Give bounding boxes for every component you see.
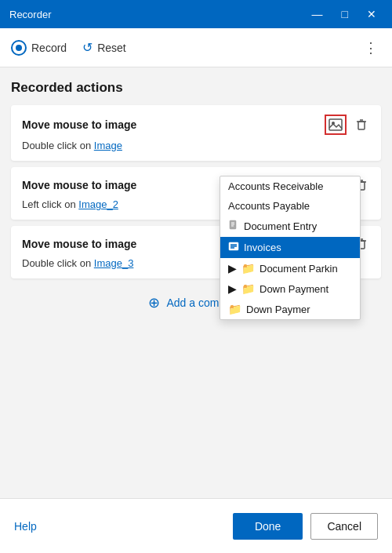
card2-title: Move mouse to image	[22, 179, 136, 191]
help-button[interactable]: Help	[14, 520, 37, 533]
record-circle-icon	[11, 40, 27, 56]
svg-rect-0	[329, 119, 342, 130]
card1-detail: Double click on Image	[22, 140, 370, 151]
card2-detail-prefix: Left click on	[22, 198, 76, 210]
invoices-icon	[228, 241, 239, 254]
card1-image-icon-button[interactable]	[325, 115, 347, 135]
record-button[interactable]: Record	[11, 40, 67, 56]
window-controls: — □ ✕	[306, 5, 383, 24]
maximize-button[interactable]: □	[336, 5, 354, 24]
add-comment-icon: ⊕	[148, 296, 160, 310]
app-title: Recorder	[9, 9, 51, 20]
card3-detail-prefix: Double click on	[22, 257, 91, 269]
dropdown-item-down-payment[interactable]: ▶ 📁 Down Payment	[220, 278, 360, 299]
dropdown-item-label: Down Paymer	[246, 304, 310, 315]
dropdown-item-label: Document Entry	[244, 220, 317, 232]
folder-icon: 📁	[241, 282, 255, 295]
card1-detail-link[interactable]: Image	[94, 140, 122, 151]
cancel-button[interactable]: Cancel	[310, 513, 378, 540]
card3-detail-link[interactable]: Image_3	[94, 257, 134, 269]
footer: Help Done Cancel	[0, 498, 392, 553]
folder-icon: 📁	[241, 262, 255, 275]
trash-icon	[354, 118, 368, 132]
reset-button[interactable]: ↺ Reset	[82, 40, 126, 55]
dropdown-menu: Accounts Receivable Accounts Payable Doc…	[220, 176, 361, 320]
card1-icons	[325, 115, 370, 135]
dropdown-item-label: Down Payment	[260, 283, 328, 295]
card1-detail-prefix: Double click on	[22, 140, 91, 151]
main-content: Recorded actions Move mouse to image	[0, 67, 392, 498]
card2-detail-link[interactable]: Image_2	[78, 198, 118, 210]
reset-icon: ↺	[82, 40, 93, 55]
document-icon	[228, 220, 239, 233]
dropdown-item-down-payment2[interactable]: 📁 Down Paymer	[220, 299, 360, 319]
close-button[interactable]: ✕	[361, 5, 383, 24]
svg-rect-2	[358, 122, 365, 129]
folder-icon: 📁	[228, 303, 241, 315]
footer-action-buttons: Done Cancel	[233, 513, 378, 540]
toolbar: Record ↺ Reset ⋮	[0, 28, 392, 67]
chevron-right-icon: ▶	[228, 282, 237, 295]
dropdown-item-accounts-payable[interactable]: Accounts Payable	[220, 196, 360, 216]
minimize-button[interactable]: —	[306, 5, 329, 24]
title-bar: Recorder — □ ✕	[0, 0, 392, 28]
chevron-right-icon: ▶	[228, 262, 237, 275]
record-label: Record	[31, 42, 67, 54]
card1-header: Move mouse to image	[22, 115, 370, 135]
toolbar-left: Record ↺ Reset	[11, 40, 126, 56]
card1-title: Move mouse to image	[22, 118, 136, 131]
more-options-icon[interactable]: ⋮	[361, 36, 381, 60]
dropdown-item-label: Document Parkin	[260, 263, 338, 275]
dropdown-item-label: Invoices	[244, 242, 281, 253]
dropdown-item-accounts-receivable[interactable]: Accounts Receivable	[220, 176, 360, 196]
dropdown-item-document-parking[interactable]: ▶ 📁 Document Parkin	[220, 258, 360, 278]
card1-delete-button[interactable]	[353, 116, 370, 133]
dropdown-item-label: Accounts Receivable	[228, 180, 323, 192]
dropdown-item-invoices[interactable]: Invoices	[220, 237, 360, 258]
section-title: Recorded actions	[11, 80, 381, 96]
reset-label: Reset	[97, 42, 126, 54]
record-dot	[16, 45, 22, 51]
image-icon	[328, 118, 343, 132]
card3-title: Move mouse to image	[22, 238, 136, 250]
done-button[interactable]: Done	[233, 513, 303, 540]
dropdown-item-document-entry[interactable]: Document Entry	[220, 216, 360, 237]
dropdown-item-label: Accounts Payable	[228, 200, 310, 212]
action-card-1: Move mouse to image	[11, 105, 381, 161]
